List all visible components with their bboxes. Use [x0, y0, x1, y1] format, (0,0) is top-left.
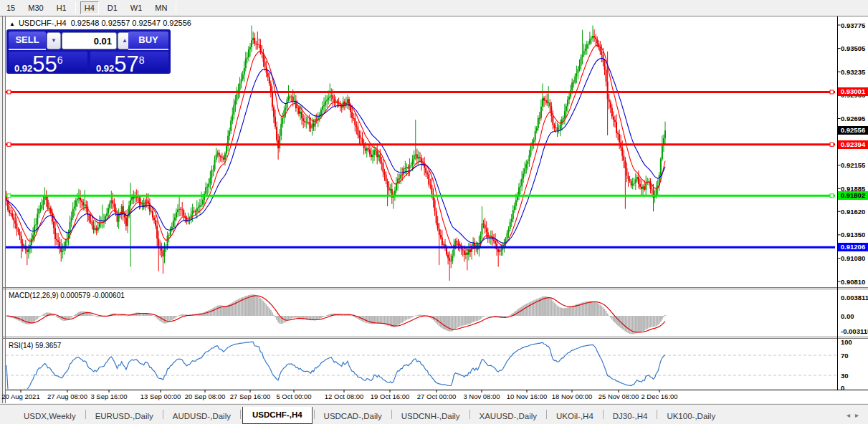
macd-axis-tick[interactable]: 0.00: [841, 312, 854, 320]
price-axis-tick[interactable]: 0.90810: [841, 278, 865, 286]
chart-tab-xauusd-daily[interactable]: XAUUSD-,Daily: [472, 409, 545, 424]
buy-price-big: 57: [114, 52, 138, 77]
current-price-tag[interactable]: 0.92556: [838, 126, 868, 135]
time-axis-label[interactable]: 3 Nov 08:00: [463, 392, 500, 401]
tab-separator: [391, 410, 392, 419]
buy-button[interactable]: BUY: [128, 32, 168, 50]
chart-tab-usdcnh-daily[interactable]: USDCNH-,Daily: [394, 409, 468, 424]
time-axis-label[interactable]: 2 Dec 16:00: [641, 392, 677, 401]
macd-signal-value: -0.000601: [92, 292, 125, 299]
price-axis-tick[interactable]: 0.91350: [841, 231, 865, 238]
time-axis-label[interactable]: 18 Nov 00:00: [552, 392, 593, 401]
price-axis-tick[interactable]: 0.92695: [841, 115, 865, 122]
tab-separator: [469, 410, 470, 419]
rsi-axis-tick[interactable]: 100: [841, 338, 852, 346]
time-axis-label[interactable]: 10 Nov 16:00: [507, 392, 548, 401]
price-axis-tick[interactable]: 0.92155: [841, 161, 865, 169]
tab-scroll-left-icon[interactable]: ◂: [846, 411, 855, 419]
tab-separator: [546, 410, 547, 419]
tab-separator: [657, 410, 657, 419]
collapse-triangle-icon[interactable]: ▲: [9, 21, 15, 27]
chart-tab-dj30-h4[interactable]: DJ30-,H4: [605, 409, 656, 424]
time-axis-label[interactable]: 25 Nov 08:00: [598, 392, 639, 401]
tab-scroll-arrows[interactable]: ◂▸: [846, 411, 864, 419]
price-axis-tick[interactable]: 0.93505: [841, 44, 865, 52]
buy-price-display[interactable]: 0.92578: [90, 52, 168, 72]
time-axis-label[interactable]: 19 Oct 16:00: [371, 392, 409, 401]
buy-price-pip: 8: [139, 54, 145, 66]
rsi-axis-tick[interactable]: 70: [841, 352, 849, 360]
lot-size-group: ▼ ▲: [47, 32, 132, 49]
tab-separator: [314, 410, 315, 419]
time-axis-label[interactable]: 3 Sep 16:00: [90, 392, 127, 401]
tab-scroll-right-icon[interactable]: ▸: [855, 411, 864, 419]
lot-decrease-button[interactable]: ▼: [47, 32, 61, 49]
chart-symbol-title: USDCHF-,H4: [19, 19, 67, 27]
time-axis-label[interactable]: 12 Oct 08:00: [325, 392, 363, 401]
level-price-tag[interactable]: 0.93001: [838, 87, 868, 96]
chart-tab-usdchf-h4[interactable]: USDCHF-,H4: [242, 407, 313, 424]
rsi-pane-label: RSI(14) 59.3657: [9, 342, 61, 350]
time-axis-label[interactable]: 20 Aug 2021: [1, 392, 39, 401]
price-axis-tick[interactable]: 0.91080: [841, 254, 865, 262]
sell-price-prefix: 0.92: [14, 63, 32, 74]
tab-separator: [85, 410, 86, 419]
sell-price-pip: 6: [57, 54, 63, 66]
level-price-tag[interactable]: 0.92394: [838, 140, 868, 149]
macd-axis-tick[interactable]: 0.003811: [841, 294, 868, 302]
macd-main-value: 0.000579: [60, 292, 90, 299]
sell-price-big: 55: [32, 52, 57, 77]
ohlc-header: ▲USDCHF-,H4 0.92548 0.92557 0.92547 0.92…: [9, 19, 191, 27]
sell-price-display[interactable]: 0.92556: [9, 52, 87, 72]
chart-tab-eurusd-daily[interactable]: EURUSD-,Daily: [87, 409, 161, 424]
chart-tab-usdcad-daily[interactable]: USDCAD-,Daily: [316, 409, 390, 424]
buy-price-prefix: 0.92: [96, 63, 114, 74]
rsi-name: RSI(14): [9, 342, 33, 350]
chart-tab-ukoil-h4[interactable]: UKOil-,H4: [548, 409, 601, 424]
chart-tab-audusd-daily[interactable]: AUDUSD-,Daily: [165, 409, 239, 424]
tab-separator: [163, 410, 163, 419]
time-axis-label[interactable]: 27 Aug 08:00: [47, 392, 87, 401]
price-axis-tick[interactable]: 0.93775: [841, 21, 865, 29]
sell-button[interactable]: SELL: [9, 32, 46, 50]
price-axis-tick[interactable]: 0.91620: [841, 208, 865, 216]
lot-size-input[interactable]: [62, 32, 117, 49]
level-price-tag[interactable]: 0.91206: [838, 243, 868, 251]
tab-separator: [603, 410, 604, 419]
level-price-tag[interactable]: 0.91802: [838, 191, 868, 200]
time-axis-label[interactable]: 27 Sep 16:00: [230, 392, 271, 401]
rsi-value: 59.3657: [35, 342, 61, 350]
ohlc-values: 0.92548 0.92557 0.92547 0.92556: [71, 19, 191, 27]
tab-separator: [240, 410, 241, 419]
rsi-axis-tick[interactable]: 30: [841, 372, 849, 380]
time-axis-label[interactable]: 5 Oct 00:00: [276, 392, 311, 401]
chart-tabs-bar: USDX,WeeklyEURUSD-,DailyAUDUSD-,DailyUSD…: [0, 404, 868, 424]
time-axis-label[interactable]: 13 Sep 00:00: [140, 392, 181, 401]
macd-pane-label: MACD(12,26,9) 0.000579 -0.000601: [9, 292, 125, 299]
macd-axis-tick[interactable]: -0.003115: [841, 327, 868, 335]
macd-name: MACD(12,26,9): [9, 292, 58, 299]
chart-tab-uk100-daily[interactable]: UK100-,Daily: [659, 409, 723, 424]
rsi-axis-tick[interactable]: 0: [841, 384, 844, 392]
time-axis-label[interactable]: 27 Oct 00:00: [417, 392, 456, 401]
one-click-trading-panel: SELL ▼ ▲ BUY 0.92556 0.92578: [6, 29, 171, 74]
chart-tab-usdx-weekly[interactable]: USDX,Weekly: [16, 409, 84, 424]
time-axis-label[interactable]: 20 Sep 08:00: [185, 392, 226, 401]
price-axis-tick[interactable]: 0.93235: [841, 68, 865, 76]
